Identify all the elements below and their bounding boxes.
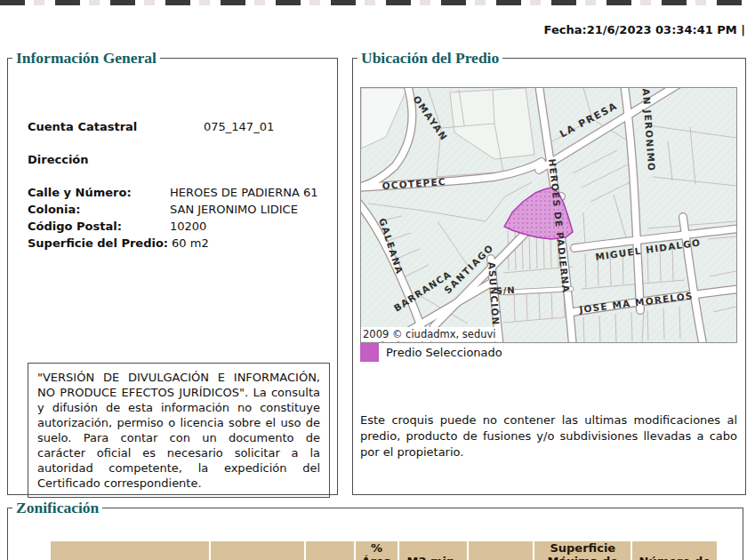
field-label: Superficie del Predio: xyxy=(28,236,168,250)
zonificacion-fieldset: Zonificación Uso del Suelo 1: Niveles: A… xyxy=(7,499,743,560)
selected-parcel-swatch xyxy=(360,343,379,362)
ubicacion-predio-legend: Ubicación del Predio xyxy=(357,49,502,68)
col-altura: Altura: xyxy=(306,541,354,560)
info-general-fieldset: Información General Cuenta Catastral 075… xyxy=(7,49,338,495)
map-note: Este croquis puede no contener las ultim… xyxy=(360,412,737,460)
map-attribution: 2009 © ciudadmx, seduvi xyxy=(361,327,501,341)
col-uso-del-suelo: Uso del Suelo 1: xyxy=(51,541,209,560)
field-value: 10200 xyxy=(170,220,206,233)
field-value: HEROES DE PADIERNA 61 xyxy=(170,186,318,199)
street-map: OMAYANLA PRESASAN JERONIMOOCOTEPECHEROES… xyxy=(361,88,736,342)
field-value: 075_147_01 xyxy=(204,120,274,133)
selected-parcel-label: Predio Seleccionado xyxy=(386,346,502,359)
zonificacion-header-row: Uso del Suelo 1: Niveles: Altura: % Área… xyxy=(51,541,717,560)
map-image[interactable]: OMAYANLA PRESASAN JERONIMOOCOTEPECHEROES… xyxy=(360,87,737,343)
field-cuenta-catastral: Cuenta Catastral 075_147_01 xyxy=(28,120,274,133)
field-label: Dirección xyxy=(28,153,89,166)
page-top-dashed-strip xyxy=(0,0,747,5)
zonificacion-legend: Zonificación xyxy=(12,499,102,517)
col-m2-min: M2 min. vivienda xyxy=(399,541,467,560)
field-superficie-predio: Superficie del Predio: 60 m2 xyxy=(28,236,209,250)
ubicacion-predio-fieldset: Ubicación del Predio xyxy=(352,49,746,495)
field-value: 60 m2 xyxy=(172,236,209,250)
col-numero-viviendas: Número de Viviendas xyxy=(632,541,717,560)
field-colonia: Colonia: SAN JERONIMO LIDICE xyxy=(28,203,298,216)
col-densidad: Densidad xyxy=(469,541,533,560)
col-niveles: Niveles: xyxy=(211,541,304,560)
field-codigo-postal: Código Postal: 10200 xyxy=(28,220,206,233)
date-line: Fecha:21/6/2023 03:34:41 PM | xyxy=(544,23,745,36)
zonificacion-table: Uso del Suelo 1: Niveles: Altura: % Área… xyxy=(49,540,719,560)
field-direccion: Dirección xyxy=(28,153,89,166)
field-label: Calle y Número: xyxy=(28,186,170,199)
field-label: Código Postal: xyxy=(28,220,170,233)
col-area-libre: % Área Libre: xyxy=(356,541,397,560)
field-calle-numero: Calle y Número: HEROES DE PADIERNA 61 xyxy=(28,186,318,199)
field-label: Colonia: xyxy=(28,203,170,216)
street-label: S/N xyxy=(495,285,515,296)
legal-disclaimer-box: "VERSIÓN DE DIVULGACIÓN E INFORMACIÓN, N… xyxy=(28,363,330,498)
info-general-legend: Información General xyxy=(12,49,160,68)
field-value: SAN JERONIMO LIDICE xyxy=(170,203,298,216)
field-label: Cuenta Catastral xyxy=(28,120,204,133)
map-legend-row: Predio Seleccionado xyxy=(360,343,502,362)
col-superficie-maxima: Superficie Máxima de Construcción xyxy=(534,541,631,560)
